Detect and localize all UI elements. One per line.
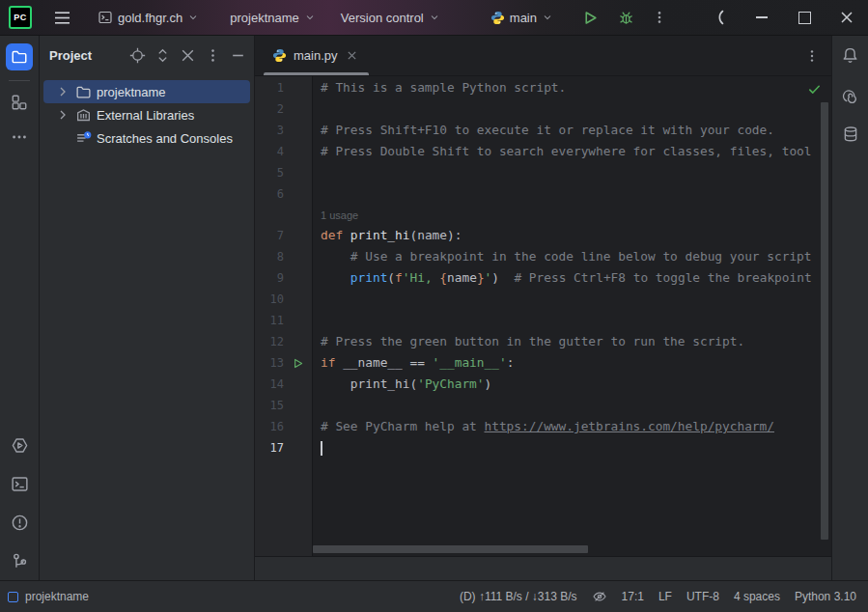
line-number[interactable]: 2: [255, 98, 284, 120]
code-line[interactable]: 16# See PyCharm help at https://www.jetb…: [255, 416, 831, 437]
usage-hint[interactable]: 1 usage: [321, 209, 358, 221]
host-selector[interactable]: gold.fhgr.ch: [94, 6, 203, 29]
editor-body[interactable]: 1# This is a sample Python script.23# Pr…: [255, 76, 831, 556]
line-number[interactable]: 1: [255, 77, 284, 98]
tool-project-button[interactable]: [6, 43, 33, 70]
line-number[interactable]: 15: [255, 395, 284, 416]
terminal-icon: [11, 475, 29, 493]
ai-assistant-button[interactable]: [837, 81, 864, 108]
code-line[interactable]: 15: [255, 395, 831, 416]
line-number[interactable]: 6: [255, 183, 284, 205]
tree-item-scratches[interactable]: Scratches and Consoles: [43, 126, 250, 150]
run-line-icon[interactable]: [284, 352, 312, 374]
database-button[interactable]: [837, 121, 864, 148]
code-line[interactable]: 17: [255, 437, 831, 459]
code-line[interactable]: 2: [255, 98, 831, 120]
chevron-right-icon[interactable]: [55, 84, 70, 99]
status-project-widget[interactable]: projektname: [8, 590, 89, 603]
code-line[interactable]: 5: [255, 162, 831, 183]
notifications-button[interactable]: [837, 42, 864, 69]
more-actions-button[interactable]: [648, 6, 671, 29]
more-tools-button[interactable]: [6, 124, 33, 151]
inspections-ok-icon[interactable]: [807, 82, 822, 97]
vertical-scrollbar[interactable]: [821, 102, 828, 540]
code-line[interactable]: 13 if __name__ == '__main__':: [255, 352, 831, 374]
line-separator-widget[interactable]: LF: [658, 590, 672, 603]
pycharm-logo: PC: [9, 6, 32, 29]
line-number[interactable]: 16: [255, 416, 284, 437]
line-number[interactable]: 3: [255, 120, 284, 141]
line-number[interactable]: 9: [255, 267, 284, 289]
locate-file-button[interactable]: [129, 47, 146, 64]
tool-structure-button[interactable]: [6, 89, 33, 116]
code-line[interactable]: 4# Press Double Shift to search everywhe…: [255, 141, 831, 162]
line-number[interactable]: 8: [255, 246, 284, 267]
inlay-hint-row[interactable]: 1 usage: [255, 205, 831, 225]
line-number[interactable]: 4: [255, 141, 284, 162]
editor-tab-main-py[interactable]: main.py: [264, 36, 369, 75]
tab-close-button[interactable]: [345, 48, 360, 64]
run-config-selector[interactable]: main: [487, 7, 557, 29]
run-button[interactable]: [578, 6, 602, 30]
code-line[interactable]: 1# This is a sample Python script.: [255, 77, 831, 98]
network-stats[interactable]: (D) ↑111 B/s / ↓313 B/s: [460, 590, 577, 603]
encoding-widget[interactable]: UTF-8: [686, 590, 719, 603]
gutter-space: [284, 162, 312, 183]
code-line[interactable]: 11: [255, 310, 831, 331]
debug-button[interactable]: [614, 6, 638, 30]
code-line[interactable]: 10: [255, 289, 831, 310]
code-line[interactable]: 14 print_hi('PyCharm'): [255, 374, 831, 395]
theme-toggle-button[interactable]: [698, 1, 741, 35]
tool-problems-button[interactable]: [6, 509, 33, 536]
chevron-right-icon[interactable]: [55, 107, 70, 123]
collapse-all-button[interactable]: [180, 47, 196, 64]
project-selector[interactable]: projektname: [226, 7, 320, 29]
editor-options-button[interactable]: [803, 47, 820, 64]
highlighting-eye-off-icon[interactable]: [592, 589, 607, 604]
caret-position-widget[interactable]: 17:1: [622, 590, 644, 603]
panel-options-button[interactable]: [205, 47, 221, 64]
line-number[interactable]: 12: [255, 331, 284, 352]
gutter-space: [284, 267, 312, 289]
code-line[interactable]: 6: [255, 183, 831, 205]
line-number[interactable]: 14: [255, 374, 284, 395]
main-menu-button[interactable]: [50, 7, 74, 29]
line-number[interactable]: [255, 205, 284, 225]
line-number[interactable]: 13: [255, 352, 284, 374]
gutter-space: [284, 416, 312, 437]
window-controls: [698, 1, 868, 35]
structure-icon: [11, 94, 28, 111]
interpreter-widget[interactable]: Python 3.10: [795, 590, 856, 603]
code-text: # This is a sample Python script.: [312, 77, 831, 98]
services-icon: [11, 436, 29, 455]
tree-item-external-libraries[interactable]: External Libraries: [43, 103, 250, 126]
maximize-button[interactable]: [783, 1, 826, 35]
code-line[interactable]: 12# Press the green button in the gutter…: [255, 331, 831, 352]
horizontal-scrollbar[interactable]: [313, 545, 588, 553]
indent-widget[interactable]: 4 spaces: [734, 590, 780, 603]
gutter-space: [284, 98, 312, 120]
code-line[interactable]: 7def print_hi(name):: [255, 225, 831, 246]
tool-terminal-button[interactable]: [6, 470, 33, 497]
line-number[interactable]: 7: [255, 225, 284, 246]
vcs-widget[interactable]: Version control: [337, 7, 444, 29]
code-text: [312, 395, 831, 416]
line-number[interactable]: 5: [255, 162, 284, 183]
hide-panel-button[interactable]: [230, 47, 246, 64]
chevron-down-icon: [542, 12, 553, 23]
line-number[interactable]: 17: [255, 437, 284, 459]
line-number[interactable]: 11: [255, 310, 284, 331]
code-line[interactable]: 8 # Use a breakpoint in the code line be…: [255, 246, 831, 267]
code-line[interactable]: 9 print(f'Hi, {name}') # Press Ctrl+F8 t…: [255, 267, 831, 289]
tool-version-control-button[interactable]: [6, 547, 33, 574]
code-line[interactable]: 3# Press Shift+F10 to execute it or repl…: [255, 120, 831, 141]
close-button[interactable]: [826, 1, 868, 35]
expand-selection-button[interactable]: [154, 47, 171, 64]
database-icon: [842, 125, 859, 143]
line-number[interactable]: 10: [255, 289, 284, 310]
tree-item-projektname[interactable]: projektname: [43, 80, 250, 103]
minimize-button[interactable]: [741, 1, 783, 35]
tab-label: main.py: [294, 48, 338, 63]
tool-services-button[interactable]: [6, 431, 33, 459]
chevron-down-icon: [304, 12, 316, 23]
